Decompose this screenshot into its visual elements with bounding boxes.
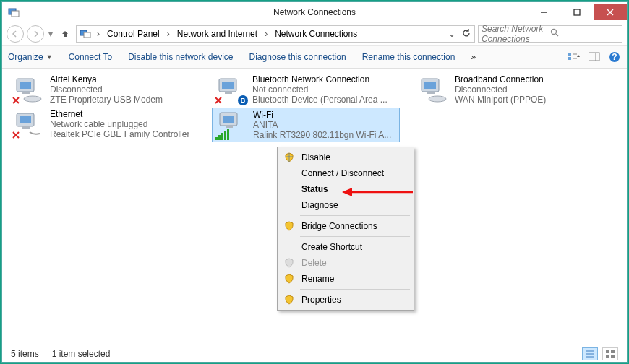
nav-back-button[interactable] (7, 25, 24, 43)
chevron-down-icon[interactable]: ⌄ (448, 29, 455, 39)
ctx-delete: Delete (280, 255, 411, 271)
connection-item-wifi[interactable]: Wi-Fi ANITA Ralink RT3290 802.11bgn Wi-F… (212, 108, 400, 142)
shield-icon (283, 221, 296, 231)
connection-name: Bluetooth Network Connection (252, 74, 388, 84)
wifi-signal-icon (215, 129, 229, 140)
connection-icon (417, 74, 449, 105)
svg-rect-19 (20, 82, 31, 89)
connect-to-button[interactable]: Connect To (69, 52, 113, 62)
history-dropdown-icon[interactable]: ▾ (48, 29, 53, 39)
search-input[interactable]: Search Network Connections (478, 25, 622, 43)
selection-count: 1 item selected (52, 349, 111, 359)
connection-status: Disconnected (50, 84, 163, 95)
connection-name: Ethernet (50, 109, 189, 119)
network-connections-window: Network Connections ▾ › Control Panel › … (1, 1, 628, 363)
connection-item-ethernet[interactable]: Ethernet Network cable unplugged Realtek… (9, 108, 197, 142)
svg-rect-7 (84, 32, 90, 38)
connection-name: Broadband Connection (455, 74, 546, 84)
connection-name: Airtel Kenya (50, 74, 163, 84)
details-view-button[interactable] (582, 347, 598, 360)
svg-rect-39 (223, 116, 234, 123)
breadcrumb-control-panel[interactable]: Control Panel (106, 29, 161, 39)
shield-icon (283, 295, 296, 305)
svg-rect-44 (606, 350, 609, 353)
ctx-create-shortcut[interactable]: Create Shortcut (280, 239, 411, 255)
ctx-properties[interactable]: Properties (280, 292, 411, 308)
context-menu: Disable Connect / Disconnect Status Diag… (277, 147, 414, 311)
svg-rect-25 (222, 82, 234, 89)
disconnected-x-icon (11, 95, 21, 105)
connection-icon (12, 74, 44, 105)
connection-item-broadband[interactable]: Broadband Connection Disconnected WAN Mi… (414, 73, 602, 108)
svg-rect-10 (568, 53, 571, 56)
connection-item-airtel[interactable]: Airtel Kenya Disconnected ZTE Proprietar… (9, 73, 197, 108)
connection-device: Ralink RT3290 802.11bgn Wi-Fi A... (253, 130, 391, 140)
organize-menu[interactable]: Organize ▼ (8, 52, 53, 62)
breadcrumb-network-connections[interactable]: Network Connections (273, 29, 359, 39)
disconnected-x-icon (11, 130, 21, 140)
svg-point-8 (552, 30, 557, 35)
svg-rect-30 (424, 82, 436, 89)
chevron-right-icon[interactable]: › (262, 29, 270, 39)
connection-item-bluetooth[interactable]: B Bluetooth Network Connection Not conne… (212, 73, 400, 108)
item-count: 5 items (11, 349, 39, 359)
breadcrumb[interactable]: › Control Panel › Network and Internet ›… (76, 25, 475, 43)
svg-rect-11 (568, 57, 571, 60)
ctx-disable[interactable]: Disable (280, 150, 411, 165)
nav-forward-button[interactable] (27, 25, 44, 43)
location-icon (80, 27, 91, 41)
ctx-diagnose[interactable]: Diagnose (280, 197, 411, 213)
connection-device: Realtek PCIe GBE Family Controller (50, 129, 189, 139)
connection-status: ANITA (253, 120, 391, 130)
chevron-right-icon[interactable]: › (94, 29, 103, 39)
menu-separator (300, 215, 410, 216)
svg-rect-45 (611, 350, 615, 353)
svg-rect-34 (20, 116, 31, 124)
search-icon (550, 28, 619, 40)
connection-icon (215, 110, 247, 140)
svg-rect-20 (22, 92, 30, 94)
toolbar-overflow-button[interactable]: » (471, 52, 476, 62)
disconnected-x-icon (213, 95, 223, 105)
maximize-button[interactable] (560, 4, 594, 20)
connection-status: Network cable unplugged (50, 119, 189, 129)
svg-rect-26 (225, 92, 232, 94)
ctx-connect-disconnect[interactable]: Connect / Disconnect (280, 165, 411, 181)
large-icons-view-button[interactable] (602, 347, 618, 360)
view-options-button[interactable] (568, 51, 581, 63)
svg-line-9 (556, 34, 558, 36)
close-button[interactable] (594, 4, 627, 20)
svg-point-21 (24, 96, 41, 102)
search-placeholder: Search Network Connections (482, 24, 550, 44)
svg-rect-1 (12, 11, 19, 17)
connection-icon (12, 109, 44, 139)
help-button[interactable]: ? (608, 51, 621, 63)
refresh-icon[interactable] (461, 28, 471, 40)
ctx-status[interactable]: Status (280, 181, 411, 197)
bluetooth-icon: B (238, 95, 248, 105)
ctx-rename[interactable]: Rename (280, 271, 411, 287)
preview-pane-button[interactable] (588, 51, 601, 63)
svg-rect-3 (574, 9, 580, 15)
shield-icon (283, 152, 296, 162)
menu-separator (300, 236, 410, 237)
titlebar: Network Connections (2, 2, 627, 22)
connection-device: ZTE Proprietary USB Modem (50, 95, 163, 105)
connection-status: Disconnected (455, 84, 546, 95)
breadcrumb-network-internet[interactable]: Network and Internet (176, 29, 259, 39)
rename-connection-button[interactable]: Rename this connection (362, 52, 455, 62)
chevron-right-icon[interactable]: › (164, 29, 173, 39)
svg-text:?: ? (612, 52, 617, 62)
svg-rect-35 (22, 126, 30, 129)
address-bar: ▾ › Control Panel › Network and Internet… (2, 22, 627, 46)
diagnose-connection-button[interactable]: Diagnose this connection (249, 52, 346, 62)
svg-rect-40 (226, 126, 233, 128)
connection-device: WAN Miniport (PPPOE) (455, 95, 546, 105)
svg-rect-46 (606, 355, 609, 358)
minimize-button[interactable] (527, 4, 560, 20)
disable-device-button[interactable]: Disable this network device (128, 52, 233, 62)
shield-icon (283, 258, 296, 268)
ctx-bridge[interactable]: Bridge Connections (280, 218, 411, 234)
nav-up-button[interactable] (57, 26, 73, 42)
connection-name: Wi-Fi (253, 110, 391, 120)
